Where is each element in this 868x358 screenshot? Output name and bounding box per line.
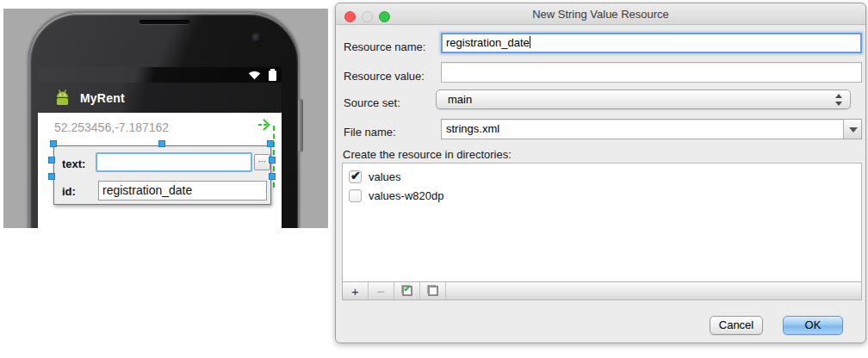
add-directory-button[interactable]: + [343,282,369,299]
source-set-label: Source set: [344,96,400,109]
list-item[interactable]: values [343,167,861,186]
file-name-label: File name: [344,126,396,139]
selection-handle[interactable] [50,140,57,147]
new-string-resource-dialog: New String Value Resource Resource name:… [335,3,866,343]
green-arrow-icon[interactable] [257,116,275,133]
text-property-input[interactable] [96,152,252,172]
cancel-button[interactable]: Cancel [710,316,763,335]
status-bar [38,67,282,83]
phone-speaker [140,20,189,24]
id-property-input[interactable]: registration_date [98,181,267,201]
check-all-icon [402,286,412,296]
coordinates-textview[interactable]: 52.253456,-7.187162 [54,120,169,134]
list-item[interactable]: values-w820dp [343,186,861,205]
app-bar: MyRent [38,83,282,113]
resource-name-label: Resource name: [344,40,425,53]
directories-section-label: Create the resource in directories: [343,148,512,161]
check-all-button[interactable] [394,282,420,299]
app-title: MyRent [80,91,125,105]
text-caret [530,36,530,48]
id-property-label: id: [62,185,76,198]
phone-side-button [298,99,303,152]
text-property-label: text: [62,157,85,170]
screenshot-root: MyRent 52.253456,-7.187162 text: [0,0,868,358]
device-preview-pane: MyRent 52.253456,-7.187162 text: [3,9,328,228]
source-set-combobox[interactable]: main [436,90,851,109]
uncheck-all-button[interactable] [420,282,446,299]
property-editor-popup: text: ⋯ id: registration_date [53,145,271,205]
remove-directory-button[interactable]: − [369,282,394,299]
directories-list[interactable]: values values-w820dp [342,163,862,282]
selection-handle[interactable] [48,157,55,164]
selection-handle[interactable] [48,173,55,180]
selection-handle[interactable] [158,140,165,147]
values-w820dp-checkbox[interactable] [349,189,362,202]
dialog-title: New String Value Resource [336,8,865,21]
directory-name: values [369,170,401,183]
dropdown-arrow-button[interactable] [843,120,861,139]
file-name-combobox[interactable]: strings.xml [441,119,862,139]
selection-handle[interactable] [267,140,274,147]
stepper-arrows-icon [834,93,843,107]
selection-handle[interactable] [269,157,276,164]
battery-icon [269,71,276,81]
dialog-titlebar[interactable]: New String Value Resource [336,3,865,25]
file-name-value[interactable]: strings.xml [441,119,862,139]
resource-name-value: registration_date [446,36,530,49]
resource-value-input[interactable] [441,62,862,83]
ok-button[interactable]: OK [783,316,843,335]
wifi-icon [248,70,261,80]
phone-camera [251,33,263,44]
source-set-value: main [448,93,472,106]
values-checkbox[interactable] [349,170,362,183]
uncheck-all-icon [428,286,438,296]
resource-value-label: Resource value: [344,70,425,83]
android-robot-icon [53,88,72,108]
directories-toolbar: + − [342,282,862,300]
selection-handle[interactable] [269,173,276,180]
directory-name: values-w820dp [369,189,443,202]
resource-name-input[interactable]: registration_date [441,33,862,53]
